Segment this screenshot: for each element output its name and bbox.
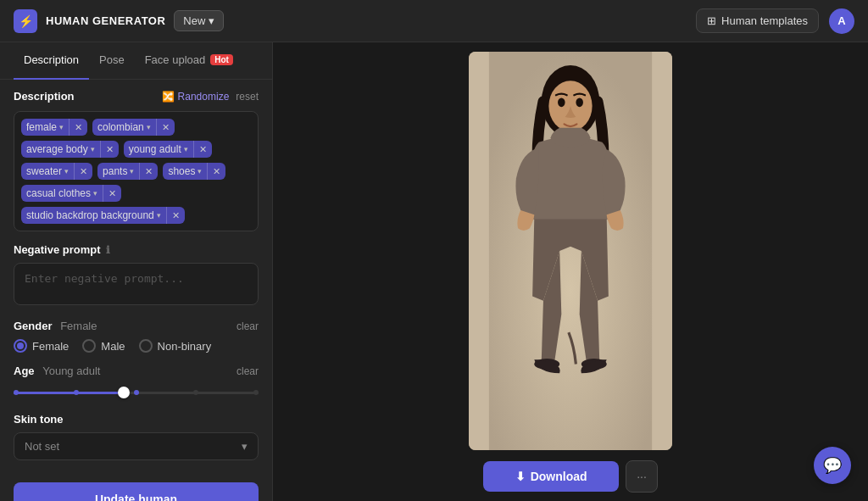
chevron-icon: ▾ — [157, 211, 161, 220]
chat-icon: 💬 — [823, 456, 842, 475]
tag-colombian: colombian ▾ ✕ — [92, 119, 175, 136]
chevron-icon: ▾ — [91, 145, 95, 153]
panel-content: Description 🔀 Randomize reset female ▾ — [0, 80, 272, 470]
skin-tone-label: Skin tone — [14, 413, 259, 426]
gender-male-option[interactable]: Male — [82, 339, 125, 353]
description-label: Description — [14, 90, 75, 103]
tab-pose[interactable]: Pose — [89, 42, 135, 80]
tag-pants: pants ▾ ✕ — [97, 163, 158, 180]
grid-icon: ⊞ — [707, 14, 716, 27]
gender-nonbinary-option[interactable]: Non-binary — [139, 339, 212, 353]
age-label: Age — [14, 365, 35, 377]
radio-nonbinary — [139, 339, 153, 353]
gender-radio-group: Female Male Non-binary — [14, 339, 259, 353]
chevron-icon: ▾ — [59, 123, 64, 131]
randomize-button[interactable]: 🔀 Randomize — [162, 91, 230, 103]
chevron-icon: ▾ — [130, 167, 134, 175]
negative-prompt-section: Negative prompt ℹ — [14, 243, 259, 308]
app-icon: ⚡ — [14, 9, 37, 33]
chevron-icon: ▾ — [93, 189, 97, 198]
tag-young-adult: young adult ▾ ✕ — [124, 141, 212, 158]
hot-badge: Hot — [210, 54, 233, 65]
app-title: HUMAN GENERATOR — [46, 14, 165, 27]
gender-header: Gender Female clear — [14, 320, 259, 332]
main-layout: Description Pose Face upload Hot Descrip… — [0, 42, 868, 501]
skin-tone-section: Skin tone Not set ▾ — [14, 413, 259, 460]
remove-studio-tag[interactable]: ✕ — [167, 208, 185, 224]
tag-shoes: shoes ▾ ✕ — [163, 163, 225, 180]
skin-tone-dropdown[interactable]: Not set ▾ — [14, 432, 259, 460]
remove-youngadult-tag[interactable]: ✕ — [194, 142, 212, 158]
info-icon: ℹ — [106, 244, 110, 256]
chevron-icon: ▾ — [198, 167, 202, 175]
download-button[interactable]: ⬇ Download — [483, 461, 619, 492]
left-panel: Description Pose Face upload Hot Descrip… — [0, 42, 273, 501]
slider-thumb[interactable] — [118, 387, 130, 398]
remove-averagebody-tag[interactable]: ✕ — [101, 142, 119, 158]
chevron-down-icon: ▾ — [242, 440, 248, 453]
chevron-down-icon: ▾ — [209, 14, 214, 27]
topbar: ⚡ HUMAN GENERATOR New ▾ ⊞ Human template… — [0, 0, 868, 42]
gender-section: Gender Female clear Female Male — [14, 320, 259, 353]
radio-female — [14, 339, 27, 353]
remove-colombian-tag[interactable]: ✕ — [157, 120, 175, 136]
svg-point-4 — [576, 97, 583, 107]
age-slider[interactable] — [14, 384, 259, 401]
negative-prompt-input[interactable] — [14, 263, 259, 305]
gender-female-option[interactable]: Female — [14, 339, 69, 353]
tab-description[interactable]: Description — [14, 42, 89, 80]
age-header: Age Young adult clear — [14, 365, 259, 377]
slider-marks — [14, 390, 259, 395]
tag-casual-clothes: casual clothes ▾ ✕ — [21, 185, 121, 202]
chat-button[interactable]: 💬 — [814, 447, 851, 484]
tags-container: female ▾ ✕ colombian ▾ ✕ — [14, 111, 259, 231]
download-icon: ⬇ — [515, 470, 526, 483]
description-header: Description 🔀 Randomize reset — [14, 90, 259, 103]
age-clear-button[interactable]: clear — [236, 365, 259, 377]
gender-label: Gender — [14, 320, 53, 332]
chevron-icon: ▾ — [147, 123, 151, 131]
topbar-right: ⊞ Human templates A — [696, 8, 854, 34]
tag-female: female ▾ ✕ — [21, 119, 87, 136]
tag-average-body: average body ▾ ✕ — [21, 141, 119, 158]
gender-value: Female — [60, 320, 97, 332]
remove-female-tag[interactable]: ✕ — [70, 120, 87, 136]
chevron-icon: ▾ — [184, 145, 188, 153]
tag-studio-backdrop: studio backdrop background ▾ ✕ — [21, 207, 185, 224]
chevron-icon: ▾ — [64, 167, 69, 175]
right-panel: ⬇ Download ··· — [273, 42, 868, 501]
remove-sweater-tag[interactable]: ✕ — [75, 164, 92, 180]
remove-shoes-tag[interactable]: ✕ — [208, 164, 225, 180]
more-options-button[interactable]: ··· — [626, 460, 658, 493]
generated-image — [469, 52, 672, 450]
age-section: Age Young adult clear — [14, 365, 259, 401]
svg-point-3 — [558, 97, 565, 107]
remove-casualclothes-tag[interactable]: ✕ — [103, 186, 121, 202]
image-actions: ⬇ Download ··· — [483, 460, 658, 493]
tag-sweater: sweater ▾ ✕ — [21, 163, 92, 180]
remove-pants-tag[interactable]: ✕ — [140, 164, 158, 180]
reset-button[interactable]: reset — [236, 91, 259, 103]
shuffle-icon: 🔀 — [162, 91, 175, 103]
gender-clear-button[interactable]: clear — [236, 320, 259, 332]
human-templates-button[interactable]: ⊞ Human templates — [696, 8, 819, 33]
tab-face-upload[interactable]: Face upload Hot — [135, 42, 243, 80]
age-value: Young adult — [42, 365, 100, 377]
topbar-left: ⚡ HUMAN GENERATOR New ▾ — [14, 9, 224, 33]
update-human-button[interactable]: Update human — [14, 482, 259, 501]
tabs-bar: Description Pose Face upload Hot — [0, 42, 272, 80]
avatar[interactable]: A — [829, 8, 854, 34]
negative-prompt-label: Negative prompt ℹ — [14, 243, 259, 256]
new-button[interactable]: New ▾ — [174, 10, 224, 31]
radio-male — [82, 339, 96, 353]
